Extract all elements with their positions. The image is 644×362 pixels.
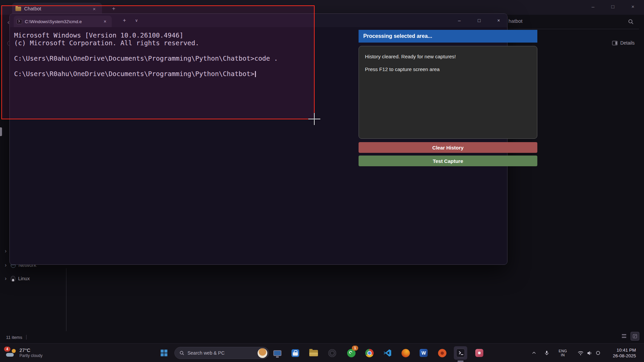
taskbar-search-box[interactable]: Search web & PC bbox=[174, 347, 269, 359]
disc-icon bbox=[328, 349, 336, 357]
microphone-icon bbox=[544, 350, 549, 356]
sidebar-item-linux[interactable]: › Linux bbox=[3, 274, 30, 283]
weather-condition: Partly cloudy bbox=[19, 353, 43, 358]
capture-selection-rectangle[interactable] bbox=[1, 5, 315, 119]
tray-language-switcher[interactable]: ENG IN bbox=[555, 346, 570, 360]
sidebar-item-label: Linux bbox=[18, 276, 30, 281]
nav-selection-fragment bbox=[0, 127, 2, 136]
capture-app-icon bbox=[475, 349, 483, 357]
grid-view-icon bbox=[633, 334, 637, 338]
search-icon[interactable] bbox=[628, 19, 634, 25]
tray-quick-settings[interactable] bbox=[573, 346, 605, 360]
list-view-icon bbox=[622, 334, 626, 338]
notification-badge: 1 bbox=[352, 346, 358, 351]
sidebar-divider bbox=[66, 268, 66, 331]
search-highlight-image bbox=[258, 348, 267, 358]
app-desktop[interactable] bbox=[271, 346, 284, 360]
app-store[interactable] bbox=[288, 346, 302, 360]
sidebar-item-collapsed[interactable]: › bbox=[3, 247, 8, 255]
weather-temp: 27°C bbox=[19, 348, 43, 353]
speaker-icon bbox=[587, 351, 592, 356]
store-icon bbox=[291, 349, 299, 357]
chevron-up-icon bbox=[532, 351, 536, 355]
app-media-disc[interactable] bbox=[325, 346, 339, 360]
details-label: Details bbox=[620, 40, 635, 46]
weather-widget[interactable]: 4 27°C Partly cloudy bbox=[3, 346, 45, 360]
explorer-statusbar: 11 items bbox=[0, 333, 644, 342]
opera-icon bbox=[438, 349, 446, 357]
vscode-icon bbox=[383, 349, 392, 357]
details-pane-icon bbox=[612, 41, 618, 45]
clock-date: 26-08-2025 bbox=[613, 353, 636, 359]
language-region: IN bbox=[558, 353, 567, 357]
explorer-maximize-button[interactable]: □ bbox=[605, 0, 621, 13]
app-vscode[interactable] bbox=[381, 346, 394, 360]
notification-badge: 4 bbox=[4, 347, 10, 352]
chrome-icon bbox=[365, 349, 374, 357]
linux-penguin-icon bbox=[11, 276, 15, 282]
details-button[interactable]: Details bbox=[612, 40, 635, 46]
app-chrome[interactable] bbox=[363, 346, 376, 360]
wifi-icon bbox=[578, 351, 584, 356]
tray-microphone-button[interactable] bbox=[542, 346, 551, 360]
monitor-icon bbox=[273, 350, 281, 356]
app-file-explorer[interactable] bbox=[307, 346, 320, 360]
app-capture-tool[interactable] bbox=[473, 346, 486, 360]
search-placeholder: Search web & PC bbox=[187, 350, 258, 356]
chevron-right-icon[interactable]: › bbox=[3, 248, 8, 254]
sun-icon bbox=[12, 349, 16, 353]
folder-icon bbox=[309, 350, 318, 356]
test-capture-button[interactable]: Test Capture bbox=[359, 156, 537, 166]
app-terminal-active[interactable] bbox=[454, 346, 467, 360]
tray-clock[interactable]: 10:41 PM 26-08-2025 bbox=[606, 346, 639, 360]
active-app-indicator bbox=[458, 361, 464, 362]
chevron-right-icon[interactable]: › bbox=[3, 276, 8, 281]
app-whatsapp[interactable]: 1 bbox=[344, 346, 358, 360]
terminal-icon bbox=[456, 349, 465, 357]
capture-history-panel: History cleared. Ready for new captures!… bbox=[359, 46, 537, 139]
search-icon bbox=[179, 351, 184, 356]
explorer-search-text[interactable]: hatbot bbox=[508, 18, 523, 24]
screen: Chatbot × + – □ × ‹ hatbot Details › › N… bbox=[0, 0, 644, 362]
cmd-close-button[interactable]: × bbox=[491, 14, 506, 27]
capture-message-2: Press F12 to capture screen area bbox=[365, 66, 440, 72]
view-details-button[interactable] bbox=[620, 332, 628, 340]
view-thumbnails-button[interactable] bbox=[631, 332, 639, 341]
explorer-close-button[interactable]: × bbox=[625, 0, 641, 13]
app-browser-red[interactable] bbox=[435, 346, 449, 360]
cmd-minimize-button[interactable]: – bbox=[451, 14, 467, 27]
language-code: ENG bbox=[558, 349, 567, 353]
capture-message-1: History cleared. Ready for new captures! bbox=[365, 54, 456, 59]
start-button[interactable] bbox=[157, 346, 171, 360]
word-icon: W bbox=[420, 349, 428, 357]
weather-icon: 4 bbox=[6, 348, 16, 358]
app-firefox[interactable] bbox=[399, 346, 412, 360]
clock-time: 10:41 PM bbox=[613, 347, 636, 353]
status-separator bbox=[26, 335, 26, 340]
capture-status-header: Processing selected area... bbox=[359, 30, 537, 43]
clear-history-button[interactable]: Clear History bbox=[359, 142, 537, 153]
windows-logo-icon bbox=[161, 350, 167, 356]
chevron-right-icon[interactable]: › bbox=[3, 262, 8, 268]
explorer-minimize-button[interactable]: – bbox=[585, 0, 601, 13]
taskbar: 4 27°C Partly cloudy Search web & PC 1 bbox=[0, 343, 644, 362]
app-word[interactable]: W bbox=[417, 346, 430, 360]
cloud-icon bbox=[6, 353, 14, 357]
battery-saver-icon bbox=[596, 351, 600, 355]
item-count: 11 items bbox=[6, 335, 22, 340]
search-box-underline bbox=[507, 29, 639, 29]
firefox-icon bbox=[401, 349, 410, 357]
crosshair-cursor bbox=[308, 119, 320, 119]
cmd-maximize-button[interactable]: □ bbox=[471, 14, 487, 27]
tray-overflow-button[interactable] bbox=[529, 346, 539, 360]
